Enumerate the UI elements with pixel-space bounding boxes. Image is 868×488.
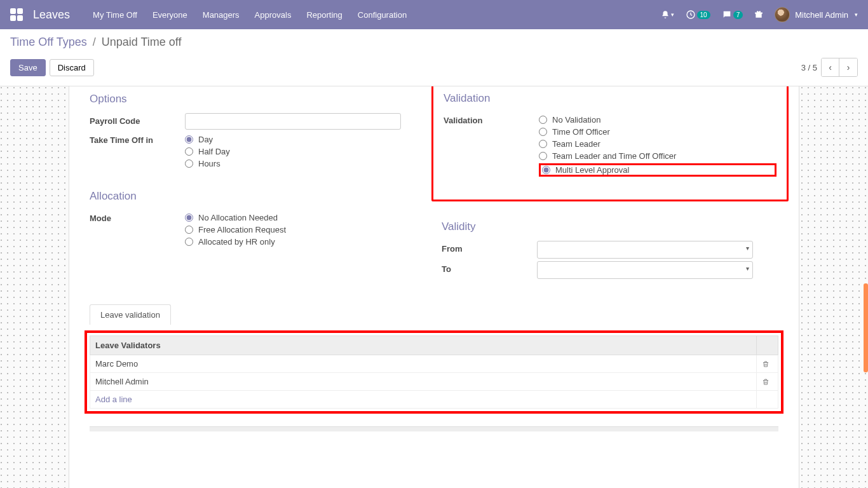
radio-time-off-officer[interactable]: Time Off Officer xyxy=(539,127,776,137)
activity-badge: 10 xyxy=(697,11,710,19)
table-footer-edge xyxy=(90,426,778,431)
scrollbar-thumb[interactable] xyxy=(864,283,868,372)
validity-from-input[interactable] xyxy=(537,241,753,259)
tab-leave-validation[interactable]: Leave validation xyxy=(90,304,171,325)
validators-highlight: Leave Validators Marc Demo Mitchell xyxy=(85,330,783,414)
breadcrumb-parent[interactable]: Time Off Types xyxy=(10,36,87,48)
brand[interactable]: Leaves xyxy=(33,8,70,22)
radio-team-leader[interactable]: Team Leader xyxy=(539,139,776,149)
radio-hr-only[interactable]: Allocated by HR only xyxy=(185,237,426,247)
label-to: To xyxy=(442,261,537,274)
payroll-code-input[interactable] xyxy=(185,113,401,130)
label-mode: Mode xyxy=(90,210,185,223)
control-bar: Time Off Types / Unpaid Time off Save Di… xyxy=(0,29,868,86)
apps-icon[interactable] xyxy=(10,8,23,21)
radio-no-validation[interactable]: No Validation xyxy=(539,115,776,125)
top-nav: Leaves My Time Off Everyone Managers App… xyxy=(0,0,868,29)
messages-badge: 7 xyxy=(733,11,743,19)
breadcrumb: Time Off Types / Unpaid Time off xyxy=(10,36,858,49)
radio-free-allocation[interactable]: Free Allocation Request xyxy=(185,225,426,234)
validity-to-input[interactable] xyxy=(537,261,753,279)
nav-approvals[interactable]: Approvals xyxy=(255,10,292,20)
label-payroll-code: Payroll Code xyxy=(90,113,185,126)
pager-next[interactable]: › xyxy=(839,58,857,76)
messages-icon[interactable]: 7 xyxy=(722,10,743,20)
radio-half-day[interactable]: Half Day xyxy=(185,147,426,156)
radio-team-leader-and-officer[interactable]: Team Leader and Time Off Officer xyxy=(539,151,776,161)
nav-links: My Time Off Everyone Managers Approvals … xyxy=(93,10,407,20)
validator-name[interactable]: Mitchell Admin xyxy=(90,373,757,391)
delete-row-icon[interactable] xyxy=(757,373,778,391)
breadcrumb-current: Unpaid Time off xyxy=(102,36,182,48)
user-menu[interactable]: Mitchell Admin ▾ xyxy=(775,7,858,22)
col-actions xyxy=(757,336,778,355)
radio-no-allocation[interactable]: No Allocation Needed xyxy=(185,213,426,222)
pager-prev[interactable]: ‹ xyxy=(822,58,839,76)
section-validation: Validation xyxy=(444,92,784,105)
table-row[interactable]: Mitchell Admin xyxy=(90,373,778,391)
section-allocation: Allocation xyxy=(90,190,426,203)
radio-multi-level-approval[interactable]: Multi Level Approval xyxy=(539,163,776,177)
table-row-add[interactable]: Add a line xyxy=(90,391,778,409)
form-viewport: Options Payroll Code Take Time Off in Da… xyxy=(0,86,868,488)
section-options: Options xyxy=(90,93,426,105)
notifications-icon[interactable]: ▾ xyxy=(661,10,674,19)
user-name: Mitchell Admin xyxy=(795,10,848,20)
avatar xyxy=(775,7,790,22)
validator-name[interactable]: Marc Demo xyxy=(90,355,757,373)
nav-reporting[interactable]: Reporting xyxy=(306,10,342,20)
section-validity: Validity xyxy=(442,220,778,233)
nav-managers[interactable]: Managers xyxy=(203,10,240,20)
activity-icon[interactable]: 10 xyxy=(686,10,710,20)
label-take-time-off-in: Take Time Off in xyxy=(90,132,185,145)
pager-position[interactable]: 3 / 5 xyxy=(801,63,817,72)
radio-day[interactable]: Day xyxy=(185,135,426,144)
nav-configuration[interactable]: Configuration xyxy=(358,10,407,20)
label-validation: Validation xyxy=(444,112,539,125)
col-leave-validators: Leave Validators xyxy=(90,336,757,355)
validators-table: Leave Validators Marc Demo Mitchell xyxy=(90,336,778,409)
nav-my-time-off[interactable]: My Time Off xyxy=(93,10,137,20)
discard-button[interactable]: Discard xyxy=(50,59,94,76)
add-a-line[interactable]: Add a line xyxy=(90,391,757,409)
form-sheet: Options Payroll Code Take Time Off in Da… xyxy=(69,86,799,488)
gift-icon[interactable] xyxy=(754,10,763,19)
label-from: From xyxy=(442,241,537,254)
radio-hours[interactable]: Hours xyxy=(185,159,426,168)
validation-highlight: Validation Validation No Validation Time… xyxy=(431,86,789,201)
delete-row-icon[interactable] xyxy=(757,355,778,373)
save-button[interactable]: Save xyxy=(10,59,46,76)
table-row[interactable]: Marc Demo xyxy=(90,355,778,373)
nav-everyone[interactable]: Everyone xyxy=(153,10,187,20)
